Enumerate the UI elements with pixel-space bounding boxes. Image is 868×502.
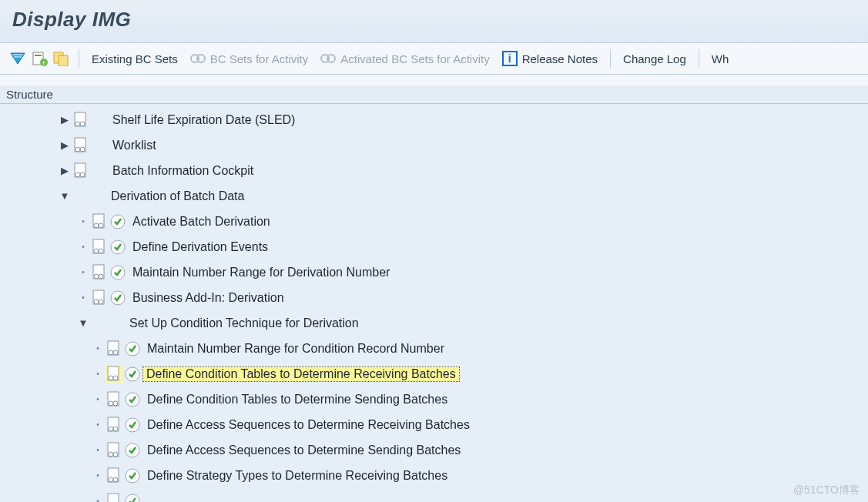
tree-node-condtech[interactable]: ▼ Set Up Condition Technique for Derivat… [0,310,868,336]
toolbar-separator [699,49,699,68]
info-icon: i [502,51,518,66]
tree-label: Define Derivation Events [128,240,268,254]
activated-bc-sets-button[interactable]: Activated BC Sets for Activity [314,49,495,69]
execute-icon[interactable] [109,289,126,306]
execute-icon[interactable] [124,366,141,383]
tree-node-accseq-recv[interactable]: • Define Access Sequences to Determine R… [0,412,868,437]
collapse-icon[interactable]: ▼ [75,317,91,329]
doc-icon[interactable] [91,264,108,281]
collapse-icon[interactable]: ▼ [57,190,72,202]
tree-label: Maintain Number Range for Derivation Num… [128,266,390,279]
tree-label: Set Up Condition Technique for Derivatio… [125,316,359,330]
tree-label: Define Strategy Types to Determine Recei… [142,469,447,483]
doc-icon[interactable] [91,289,108,306]
execute-icon[interactable] [109,239,126,256]
execute-icon[interactable] [124,442,141,459]
tree-label: Activate Batch Derivation [128,215,270,229]
tree-node-condtab-recv[interactable]: • Define Condition Tables to Determine R… [0,361,868,387]
leaf-icon: • [90,395,106,403]
tree: ▶ Shelf Life Expiration Date (SLED) ▶ Wo… [0,104,868,502]
page-title: Display IMG [12,8,131,31]
leaf-icon: • [75,243,91,251]
tree-label: Define Condition Tables to Determine Sen… [142,393,447,407]
change-log-button[interactable]: Change Log [617,49,692,69]
tree-label: Define Access Sequences to Determine Sen… [142,443,461,457]
tree-node-bic[interactable]: ▶ Batch Information Cockpit [0,158,868,183]
documents-icon[interactable] [51,49,71,68]
expand-collapse-icon[interactable]: ▶ [57,165,72,176]
tree-label: Batch Information Cockpit [108,164,253,178]
tree-node-worklist[interactable]: ▶ Worklist [0,132,868,158]
tree-label: Worklist [108,139,156,152]
tree-node-events[interactable]: • Define Derivation Events [0,234,868,259]
doc-icon[interactable] [72,112,89,129]
tree-label: Derivation of Batch Data [106,189,244,203]
doc-icon[interactable] [72,162,89,179]
tree-node-activate[interactable]: • Activate Batch Derivation [0,209,868,234]
leaf-icon: • [90,344,106,353]
watermark: @51CTO博客 [793,484,860,497]
toolbar-separator [610,49,611,68]
doc-icon[interactable] [106,417,122,433]
bc-sets-activity-button[interactable]: BC Sets for Activity [184,49,315,69]
tree-label: Business Add-In: Derivation [128,291,284,305]
where-else-button[interactable]: Wh [705,49,736,69]
tree-node-strat-recv[interactable]: • Define Strategy Types to Determine Rec… [0,463,868,488]
execute-icon[interactable] [124,391,141,408]
doc-icon[interactable] [106,340,122,357]
tree-node-numrange-cond[interactable]: • Maintain Number Range for Condition Re… [0,336,868,361]
tree-node-partial: • [0,488,868,502]
tree-node-accseq-send[interactable]: • Define Access Sequences to Determine S… [0,437,868,463]
toolbar: + Existing BC Sets BC Sets for Activity … [0,43,868,75]
tree-label: Shelf Life Expiration Date (SLED) [108,113,295,127]
svg-text:+: + [42,59,45,66]
expand-collapse-icon[interactable]: ▶ [57,139,72,151]
tree-node-sled[interactable]: ▶ Shelf Life Expiration Date (SLED) [0,107,868,132]
svg-rect-8 [59,55,68,66]
tree-label-selected: Define Condition Tables to Determine Rec… [142,366,460,382]
execute-icon[interactable] [124,493,141,503]
doc-icon[interactable] [106,493,122,503]
doc-icon[interactable] [91,239,108,256]
tree-node-derivation[interactable]: ▼ Derivation of Batch Data [0,183,868,209]
leaf-icon: • [90,370,106,378]
doc-icon[interactable] [106,366,122,383]
tree-node-numrange-deriv[interactable]: • Maintain Number Range for Derivation N… [0,259,868,285]
leaf-icon: • [75,217,91,226]
existing-bc-sets-button[interactable]: Existing BC Sets [85,49,184,69]
title-bar: Display IMG [0,0,868,43]
execute-icon[interactable] [124,467,141,484]
doc-icon[interactable] [91,213,108,230]
release-notes-button[interactable]: i Release Notes [496,48,604,69]
leaf-icon: • [90,446,106,454]
doc-icon[interactable] [106,467,122,484]
execute-icon[interactable] [124,340,141,357]
doc-icon[interactable] [72,137,89,154]
tree-node-badi[interactable]: • Business Add-In: Derivation [0,285,868,310]
leaf-icon: • [90,497,106,502]
expand-all-icon[interactable] [8,49,28,68]
expand-collapse-icon[interactable]: ▶ [57,114,72,126]
execute-icon[interactable] [124,417,141,433]
add-favorite-icon[interactable]: + [29,49,49,68]
tree-label: Maintain Number Range for Condition Reco… [142,342,444,356]
leaf-icon: • [75,268,91,276]
doc-icon[interactable] [106,391,122,408]
leaf-icon: • [90,471,106,480]
tree-node-condtab-send[interactable]: • Define Condition Tables to Determine S… [0,387,868,412]
leaf-icon: • [90,420,106,429]
svg-rect-4 [35,55,42,56]
leaf-icon: • [75,293,91,302]
toolbar-separator [79,49,79,68]
svg-rect-62 [108,494,119,503]
doc-icon[interactable] [106,442,122,459]
structure-header: Structure [0,85,868,104]
tree-label: Define Access Sequences to Determine Rec… [142,418,470,432]
execute-icon[interactable] [109,264,126,281]
execute-icon[interactable] [109,213,126,230]
